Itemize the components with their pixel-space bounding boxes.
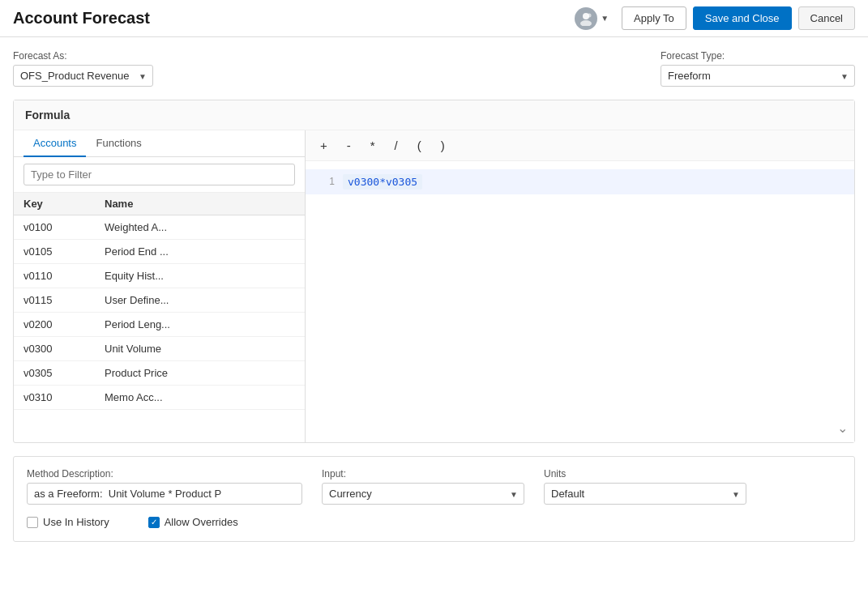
right-panel: +-*/() 1 v0300*v0305 ⌄ [306,130,854,442]
forecast-row: Forecast As: OFS_Product Revenue ▼ Forec… [13,50,855,87]
units-group: Units Default ▼ [544,468,746,505]
svg-point-1 [580,20,592,26]
table-row[interactable]: v0200 Period Leng... [14,313,305,337]
formula-line-1: 1 v0300*v0305 [317,174,843,190]
col-header-key: Key [24,198,105,210]
user-icon-wrap[interactable]: ▼ [575,7,609,30]
forecast-type-select-wrap: Freeform ▼ [661,65,855,87]
table-row[interactable]: v0300 Unit Volume [14,337,305,361]
formula-op-)[interactable]: ) [438,137,448,154]
user-dropdown-icon: ▼ [601,14,609,23]
row-key: v0200 [24,318,105,330]
apply-to-button[interactable]: Apply To [622,6,686,30]
svg-point-2 [588,13,592,17]
allow-overrides-wrap[interactable]: ✓ Allow Overrides [148,516,238,528]
units-label: Units [544,468,746,480]
use-in-history-checkbox[interactable] [27,517,38,528]
formula-op-([interactable]: ( [414,137,425,154]
header-actions: ▼ Apply To Save and Close Cancel [575,6,855,30]
user-avatar [575,7,597,30]
row-name: Period Leng... [105,318,295,330]
row-name: User Define... [105,294,295,306]
tab-accounts[interactable]: Accounts [24,130,86,157]
forecast-type-label: Forecast Type: [661,50,855,62]
row-name: Equity Hist... [105,270,295,282]
formula-section-title: Formula [14,100,854,130]
row-name: Product Price [105,367,295,379]
units-select-wrap: Default ▼ [544,483,746,505]
formula-op-/[interactable]: / [391,137,401,154]
tabs: Accounts Functions [14,130,305,157]
cancel-button[interactable]: Cancel [798,6,855,30]
bottom-row2: Use In History ✓ Allow Overrides [27,516,841,528]
formula-text[interactable]: v0300*v0305 [343,174,422,190]
scroll-down-icon[interactable]: ⌄ [837,420,848,436]
row-key: v0305 [24,367,105,379]
page-title: Account Forecast [13,9,575,28]
input-label: Input: [322,468,524,480]
formula-op--[interactable]: - [344,137,354,154]
method-desc-group: Method Description: [27,468,302,505]
row-name: Memo Acc... [105,391,295,403]
header: Account Forecast ▼ Apply To Save and Clo… [0,0,868,37]
row-key: v0110 [24,270,105,282]
row-key: v0115 [24,294,105,306]
table-row[interactable]: v0100 Weighted A... [14,215,305,240]
forecast-type-select[interactable]: Freeform [661,65,855,87]
method-desc-label: Method Description: [27,468,302,480]
row-key: v0300 [24,343,105,355]
row-key: v0310 [24,391,105,403]
forecast-as-select-wrap: OFS_Product Revenue ▼ [13,65,153,87]
table-header: Key Name [14,193,305,215]
input-select[interactable]: Currency Number Percent [322,483,524,505]
method-desc-input[interactable] [27,483,302,505]
allow-overrides-checkbox[interactable]: ✓ [148,517,160,528]
table-body: v0100 Weighted A... v0105 Period End ...… [14,215,305,442]
row-key: v0100 [24,221,105,233]
formula-op-+[interactable]: + [317,137,331,154]
left-panel: Accounts Functions Key Name v0100 Weight… [14,130,306,442]
row-name: Unit Volume [105,343,295,355]
tab-functions[interactable]: Functions [86,130,151,157]
table-row[interactable]: v0305 Product Price [14,361,305,386]
row-key: v0105 [24,245,105,258]
bottom-section: Method Description: Input: Currency Numb… [13,456,855,542]
formula-body: Accounts Functions Key Name v0100 Weight… [14,130,854,442]
save-close-button[interactable]: Save and Close [693,6,792,30]
table-row[interactable]: v0310 Memo Acc... [14,386,305,410]
forecast-as-select[interactable]: OFS_Product Revenue [13,65,153,87]
input-group: Input: Currency Number Percent ▼ [322,468,524,505]
table-row[interactable]: v0110 Equity Hist... [14,264,305,288]
formula-toolbar: +-*/() [306,130,854,161]
forecast-as-group: Forecast As: OFS_Product Revenue ▼ [13,50,153,87]
forecast-as-label: Forecast As: [13,50,153,62]
formula-editor[interactable]: 1 v0300*v0305 ⌄ [306,161,854,442]
units-select[interactable]: Default [544,483,746,505]
use-in-history-label: Use In History [43,516,109,528]
table-row[interactable]: v0105 Period End ... [14,240,305,264]
formula-section: Formula Accounts Functions Key Name v010 [13,100,855,443]
use-in-history-wrap[interactable]: Use In History [27,516,109,528]
filter-input[interactable] [24,164,295,185]
line-number: 1 [317,174,343,187]
formula-editor-area: 1 v0300*v0305 [306,169,854,194]
filter-input-wrap [14,157,305,193]
allow-overrides-label: Allow Overrides [165,516,238,528]
table-row[interactable]: v0115 User Define... [14,288,305,313]
row-name: Weighted A... [105,221,295,233]
input-select-wrap: Currency Number Percent ▼ [322,483,524,505]
row-name: Period End ... [105,245,295,258]
formula-op-*[interactable]: * [367,137,378,154]
col-header-name: Name [105,198,295,210]
body: Forecast As: OFS_Product Revenue ▼ Forec… [0,37,868,555]
forecast-type-group: Forecast Type: Freeform ▼ [661,50,855,87]
bottom-row1: Method Description: Input: Currency Numb… [27,468,841,505]
